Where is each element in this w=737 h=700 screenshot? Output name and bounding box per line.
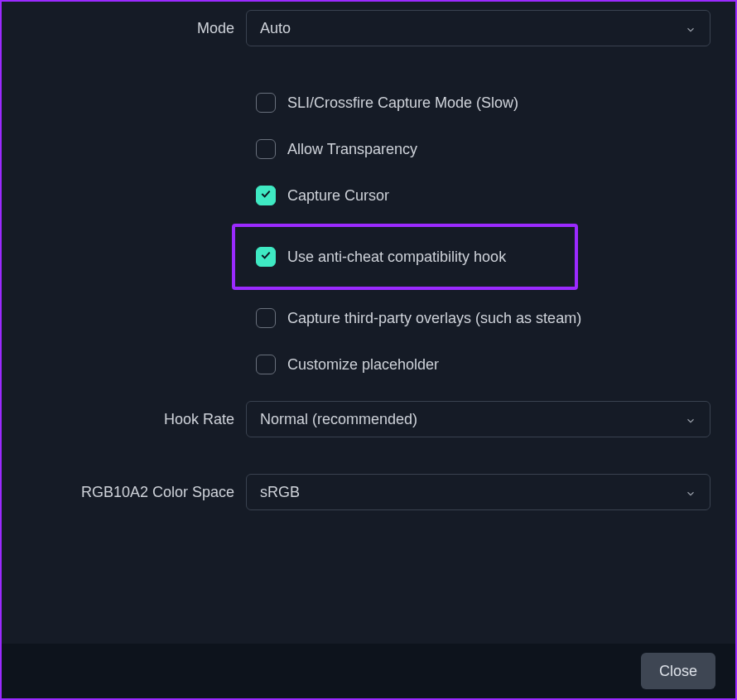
close-button[interactable]: Close	[641, 653, 715, 689]
anticheat-label[interactable]: Use anti-cheat compatibility hook	[287, 249, 506, 266]
color-space-label: RGB10A2 Color Space	[2, 484, 246, 501]
third-party-overlays-checkbox[interactable]	[256, 308, 276, 328]
sli-crossfire-checkbox[interactable]	[256, 93, 276, 113]
dialog-footer: Close	[2, 644, 735, 698]
mode-select-value: Auto	[260, 20, 291, 37]
hook-rate-select-value: Normal (recommended)	[260, 411, 417, 428]
check-icon	[259, 187, 272, 205]
mode-select[interactable]: Auto	[246, 10, 711, 46]
mode-label: Mode	[2, 20, 246, 37]
hook-rate-select[interactable]: Normal (recommended)	[246, 401, 711, 437]
third-party-overlays-label[interactable]: Capture third-party overlays (such as st…	[287, 310, 581, 327]
capture-cursor-label[interactable]: Capture Cursor	[287, 187, 389, 205]
allow-transparency-checkbox[interactable]	[256, 139, 276, 159]
check-icon	[259, 249, 272, 266]
customize-placeholder-label[interactable]: Customize placeholder	[287, 356, 439, 374]
chevron-down-icon	[685, 22, 696, 34]
chevron-down-icon	[685, 486, 696, 498]
sli-crossfire-label[interactable]: SLI/Crossfire Capture Mode (Slow)	[287, 94, 518, 112]
chevron-down-icon	[685, 413, 696, 425]
color-space-select[interactable]: sRGB	[246, 474, 711, 510]
allow-transparency-label[interactable]: Allow Transparency	[287, 141, 417, 158]
capture-cursor-checkbox[interactable]	[256, 186, 276, 205]
color-space-select-value: sRGB	[260, 484, 300, 501]
anticheat-highlight-box: Use anti-cheat compatibility hook	[232, 224, 578, 290]
customize-placeholder-checkbox[interactable]	[256, 355, 276, 374]
anticheat-checkbox[interactable]	[256, 247, 276, 267]
hook-rate-label: Hook Rate	[2, 411, 246, 428]
